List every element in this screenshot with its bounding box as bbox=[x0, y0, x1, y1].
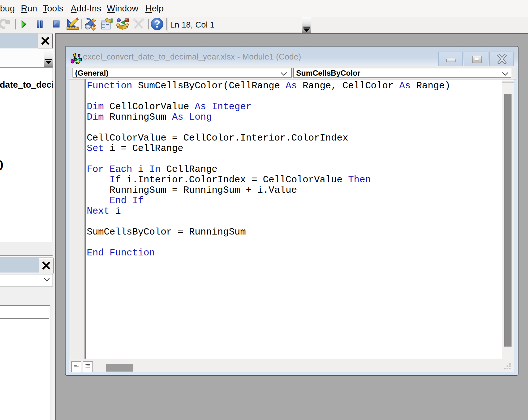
svg-text:?: ? bbox=[154, 18, 160, 30]
